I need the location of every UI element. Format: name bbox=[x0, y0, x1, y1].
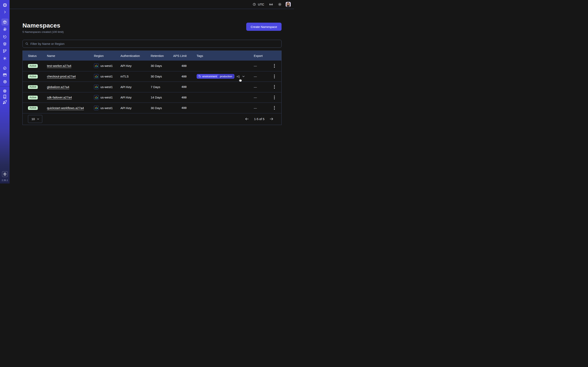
chevron-down-icon bbox=[36, 117, 40, 120]
tag-icon bbox=[199, 75, 201, 78]
sidebar-item-batch-operations[interactable] bbox=[1, 40, 8, 47]
col-authentication: Authentication bbox=[121, 54, 151, 58]
region-label: us-west1 bbox=[100, 106, 113, 110]
status-badge: Active bbox=[28, 75, 38, 78]
row-actions-kebab-button[interactable] bbox=[272, 63, 277, 69]
sidebar-item-billing[interactable] bbox=[1, 71, 8, 78]
app-version: 2.35.1 bbox=[0, 179, 9, 182]
glasses-icon[interactable] bbox=[269, 2, 273, 6]
page-size-select[interactable]: 10 bbox=[28, 115, 42, 123]
retention-value: 14 Days bbox=[151, 96, 170, 99]
table-row[interactable]: Active globalizer.a27a4 us-west1 API Key… bbox=[23, 82, 281, 92]
authentication-value: API Key bbox=[121, 64, 151, 67]
namespace-link[interactable]: sdk-failover.a27a4 bbox=[47, 96, 72, 99]
authentication-value: API Key bbox=[121, 96, 151, 99]
col-export: Export bbox=[252, 54, 270, 58]
page-size-value: 10 bbox=[31, 117, 35, 121]
row-actions-kebab-button[interactable] bbox=[272, 84, 277, 90]
timezone-label: UTC bbox=[258, 3, 264, 6]
gcp-logo-icon bbox=[94, 106, 99, 110]
export-value: — bbox=[252, 96, 270, 99]
namespaces-table: Status Name Region Authentication Retent… bbox=[22, 50, 282, 125]
aps-limit-value: 400 bbox=[170, 75, 187, 78]
retention-value: 7 Days bbox=[151, 85, 170, 89]
tag-chip[interactable]: environment production bbox=[197, 74, 234, 79]
table-header-row: Status Name Region Authentication Retent… bbox=[23, 51, 281, 60]
tags-more-count: +1 bbox=[236, 75, 240, 78]
table-row[interactable]: Active sdk-failover.a27a4 us-west1 API K… bbox=[23, 92, 281, 103]
filter-input[interactable] bbox=[30, 42, 279, 45]
prev-page-button[interactable] bbox=[245, 117, 249, 121]
sidebar-item-namespaces[interactable] bbox=[1, 18, 8, 25]
sidebar: 2.35.1 bbox=[0, 0, 9, 184]
timezone-selector[interactable]: UTC bbox=[252, 3, 264, 6]
search-icon bbox=[25, 42, 29, 45]
table-row[interactable]: Active quickstart-workflows.a27a4 us-wes… bbox=[23, 103, 281, 113]
col-retention: Retention bbox=[151, 54, 170, 58]
table-row[interactable]: Active checkout-prod.a27a4 us-west1 mTLS… bbox=[23, 71, 281, 82]
aps-limit-value: 400 bbox=[170, 85, 187, 89]
export-value: — bbox=[252, 75, 270, 78]
theme-toggle-sun-icon[interactable] bbox=[278, 2, 282, 6]
namespace-link[interactable]: globalizer.a27a4 bbox=[47, 85, 69, 89]
gcp-logo-icon bbox=[94, 95, 99, 100]
authentication-value: API Key bbox=[121, 85, 151, 89]
tags-expand-chevron-icon[interactable] bbox=[242, 75, 245, 78]
namespace-link[interactable]: quickstart-workflows.a27a4 bbox=[47, 106, 84, 110]
sidebar-item-schedules[interactable] bbox=[1, 33, 8, 40]
region-label: us-west1 bbox=[100, 96, 113, 99]
col-region: Region bbox=[94, 54, 121, 58]
page-title: Namespaces bbox=[22, 22, 64, 29]
sidebar-item-settings[interactable] bbox=[1, 78, 8, 85]
gcp-logo-icon bbox=[94, 85, 99, 89]
col-tags: Tags bbox=[187, 54, 252, 58]
topbar: UTC bbox=[9, 0, 294, 9]
status-badge: Active bbox=[28, 85, 38, 89]
col-status: Status bbox=[23, 54, 47, 58]
pagination-bar: 10 1-5 of 5 bbox=[23, 113, 281, 125]
row-actions-kebab-button[interactable] bbox=[272, 95, 277, 100]
sidebar-divider bbox=[0, 86, 9, 86]
row-actions-kebab-button[interactable] bbox=[272, 74, 277, 79]
retention-value: 30 Days bbox=[151, 106, 170, 110]
table-body: Active test-worker.a27a4 us-west1 API Ke… bbox=[23, 60, 281, 113]
authentication-value: mTLS bbox=[121, 75, 151, 78]
pagination-range: 1-5 of 5 bbox=[254, 117, 264, 121]
next-page-button[interactable] bbox=[269, 117, 274, 121]
sidebar-expand-chevron-icon[interactable] bbox=[1, 8, 8, 16]
row-actions-kebab-button[interactable] bbox=[272, 105, 277, 111]
tag-key: environment bbox=[202, 75, 217, 78]
create-namespace-button[interactable]: Create Namespace bbox=[246, 23, 282, 31]
sidebar-item-workflows[interactable] bbox=[1, 26, 8, 33]
table-row[interactable]: Active test-worker.a27a4 us-west1 API Ke… bbox=[23, 60, 281, 71]
sidebar-item-usage[interactable] bbox=[1, 65, 8, 72]
retention-value: 30 Days bbox=[151, 64, 170, 67]
main-content: Namespaces 5 Namespaces created (100 lim… bbox=[9, 9, 294, 184]
export-value: — bbox=[252, 64, 270, 67]
col-name: Name bbox=[47, 54, 94, 58]
aps-limit-value: 400 bbox=[170, 64, 187, 67]
credits-button[interactable] bbox=[2, 171, 8, 177]
retention-value: 30 Days bbox=[151, 75, 170, 78]
page-subtitle: 5 Namespaces created (100 limit) bbox=[22, 30, 64, 33]
sidebar-item-nexus[interactable] bbox=[1, 55, 8, 62]
region-label: us-west1 bbox=[100, 85, 113, 89]
gcp-logo-icon bbox=[94, 63, 99, 68]
clock-icon bbox=[252, 3, 256, 6]
status-badge: Active bbox=[28, 106, 38, 110]
user-avatar[interactable] bbox=[286, 2, 291, 7]
status-badge: Active bbox=[28, 64, 38, 68]
region-label: us-west1 bbox=[100, 64, 113, 67]
sidebar-item-quickstart[interactable] bbox=[1, 99, 8, 106]
export-value: — bbox=[252, 106, 270, 110]
filter-field[interactable] bbox=[22, 40, 282, 48]
sidebar-item-deployments[interactable] bbox=[1, 48, 8, 54]
authentication-value: API Key bbox=[121, 106, 151, 110]
gcp-logo-icon bbox=[94, 74, 99, 79]
aps-limit-value: 400 bbox=[170, 96, 187, 99]
temporal-logo-icon bbox=[1, 2, 8, 8]
namespace-link[interactable]: checkout-prod.a27a4 bbox=[47, 75, 76, 78]
aps-limit-value: 400 bbox=[170, 106, 187, 109]
namespace-link[interactable]: test-worker.a27a4 bbox=[47, 64, 71, 67]
tag-value: production bbox=[218, 75, 234, 78]
